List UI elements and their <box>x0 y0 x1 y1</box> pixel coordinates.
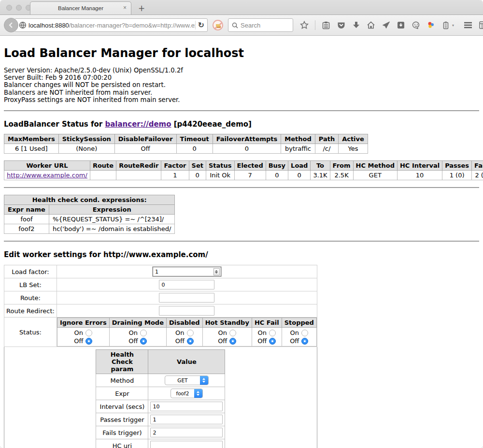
site-identity-globe-icon[interactable] <box>19 21 27 31</box>
col-hot-standby: Hot Standby <box>202 318 252 328</box>
route-label: Route: <box>4 291 57 304</box>
colors-extension-icon[interactable] <box>426 21 435 29</box>
ignore-errors-off-radio[interactable] <box>85 338 92 345</box>
col-hc-param: Health Check param <box>96 350 148 374</box>
hot-standby-off-radio[interactable] <box>229 338 236 345</box>
col-to: To <box>311 161 330 171</box>
cell-routeredir <box>116 171 161 180</box>
status-cell: Ignore Errors Draining Mode Disabled Hot… <box>57 318 317 347</box>
select-stepper-icon <box>194 389 202 398</box>
search-icon <box>232 22 238 29</box>
route-cell <box>57 291 317 304</box>
navigation-toolbar: localhost:8880/balancer-manager?b=demo&w… <box>0 15 483 36</box>
url-host: localhost:8880 <box>28 22 69 29</box>
disabled-on-radio[interactable] <box>187 330 194 336</box>
cell-disablefailover: Off <box>114 144 176 154</box>
new-tab-button[interactable]: + <box>138 4 145 13</box>
lb-set-input[interactable] <box>159 280 214 289</box>
worker-url-link[interactable]: http://www.example.com/ <box>7 172 87 179</box>
send-tab-icon[interactable] <box>382 21 390 29</box>
close-window-button[interactable] <box>6 5 12 11</box>
hamburger-menu-icon[interactable] <box>464 21 472 29</box>
interval-input[interactable] <box>150 402 223 411</box>
reading-list-icon[interactable] <box>322 21 330 29</box>
expr-select[interactable]: foof2 <box>170 389 203 398</box>
downloads-icon[interactable] <box>352 21 360 29</box>
expr-row: Expr foof2 <box>96 387 225 400</box>
inherit-notice-line: Balancers are NOT inherited from main se… <box>4 89 479 96</box>
url-text[interactable]: localhost:8880/balancer-manager?b=demo&w… <box>28 22 195 29</box>
reload-icon[interactable]: ↻ <box>198 21 204 29</box>
adblock-icon[interactable] <box>213 20 223 30</box>
hc-fail-off-radio[interactable] <box>269 338 276 345</box>
on-label: On <box>290 329 299 336</box>
hc-fail-on-radio[interactable] <box>269 330 276 336</box>
ignore-errors-on-radio[interactable] <box>85 330 92 336</box>
draining-mode-on-radio[interactable] <box>140 330 147 336</box>
tab-balancer-manager[interactable]: Balancer Manager × <box>30 1 131 14</box>
load-factor-cell: 1 <box>57 265 317 278</box>
cell-active: Yes <box>339 144 368 154</box>
balancer-status-heading: LoadBalancer Status for balancer://demo … <box>4 120 479 129</box>
load-factor-row: Load factor: 1 <box>4 265 317 278</box>
home-icon[interactable] <box>367 21 375 29</box>
col-load: Load <box>288 161 311 171</box>
fails-input[interactable] <box>150 428 223 437</box>
bookmark-star-icon[interactable] <box>300 21 309 29</box>
col-elected: Elected <box>234 161 266 171</box>
col-method: Method <box>281 134 315 144</box>
pocket-icon[interactable] <box>337 21 345 29</box>
method-selected-value: GET <box>165 376 200 385</box>
stopped-off-radio[interactable] <box>301 338 308 345</box>
window-controls[interactable] <box>6 5 31 11</box>
table-header-row: Expr name Expression <box>4 205 175 215</box>
proxypass-notice-line: ProxyPass settings are NOT inherited fro… <box>4 96 479 103</box>
col-draining-mode: Draining Mode <box>109 318 166 328</box>
cell-hc-method: GET <box>353 171 397 180</box>
url-bar[interactable]: localhost:8880/balancer-manager?b=demo&w… <box>14 18 208 32</box>
table-row: 6 [1 Used] (None) Off 0 0 bytraffic /c/ … <box>4 144 368 154</box>
route-redirect-input[interactable] <box>159 306 214 316</box>
extension-dropdown-caret-icon[interactable]: ▾ <box>452 23 454 28</box>
sidebar-grid-icon[interactable] <box>479 21 483 29</box>
draining-mode-off-radio[interactable] <box>140 338 147 345</box>
minimize-window-button[interactable] <box>16 5 22 11</box>
hc-uri-row: HC uri <box>96 439 225 448</box>
edit-worker-heading: Edit worker settings for http://www.exam… <box>4 250 479 259</box>
passes-input[interactable] <box>150 415 223 424</box>
ignore-errors-cell: On Off <box>57 328 109 347</box>
tab-close-icon[interactable]: × <box>123 5 127 11</box>
on-label: On <box>218 329 227 336</box>
health-check-param-table: Health Check param Value Method GET <box>96 349 225 448</box>
download-panel-icon[interactable] <box>397 21 405 29</box>
passes-row: Passes trigger <box>96 413 225 426</box>
col-disabled: Disabled <box>166 318 202 328</box>
hc-expr-title: Health check cond. expressions: <box>4 195 175 205</box>
col-ignore-errors: Ignore Errors <box>57 318 109 328</box>
battery-extension-icon[interactable] <box>441 21 450 29</box>
col-factor: Factor <box>161 161 189 171</box>
hot-standby-on-radio[interactable] <box>229 330 236 336</box>
col-failoverattempts: FailoverAttempts <box>213 134 281 144</box>
off-label: Off <box>218 337 227 345</box>
cell-stickysession: (None) <box>58 144 114 154</box>
back-button[interactable] <box>4 18 18 32</box>
search-bar[interactable] <box>228 18 293 32</box>
stopped-on-radio[interactable] <box>301 330 308 336</box>
load-factor-input[interactable]: 1 <box>153 267 221 276</box>
method-select[interactable]: GET <box>165 376 209 385</box>
server-built-line: Server Built: Feb 9 2016 07:00:20 <box>4 74 479 81</box>
route-input[interactable] <box>159 293 214 303</box>
cell-path: /c/ <box>315 144 338 154</box>
cell-passes: 1 (0) <box>442 171 472 180</box>
search-input[interactable] <box>241 22 284 29</box>
hc-uri-input[interactable] <box>150 441 223 448</box>
hot-standby-cell: On Off <box>202 328 252 347</box>
col-disablefailover: DisableFailover <box>114 134 176 144</box>
select-stepper-icon <box>200 376 208 385</box>
forum-smiley-icon[interactable] <box>412 21 420 29</box>
disabled-off-radio[interactable] <box>187 338 194 345</box>
hc-params-row: Health Check param Value Method GET <box>4 347 317 448</box>
number-stepper-icon[interactable] <box>213 268 220 275</box>
balancer-demo-link[interactable]: balancer://demo <box>105 120 171 129</box>
